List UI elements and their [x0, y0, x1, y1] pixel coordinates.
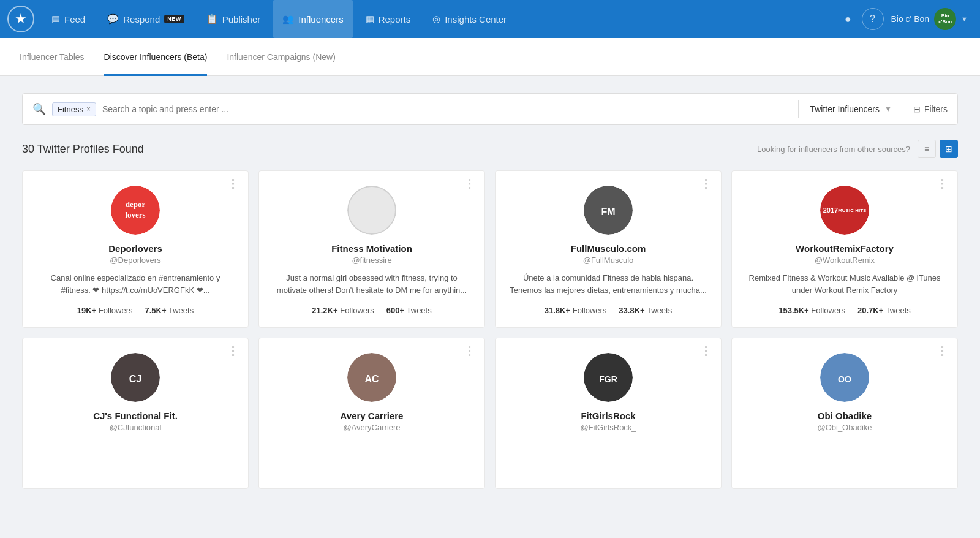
card-avatar: FM — [584, 186, 633, 235]
influencer-grid: ··· deporlovers Deporlovers @Deporlovers… — [22, 170, 958, 489]
search-bar: 🔍 Fitness × Twitter Influencers ▼ ⊟ Filt… — [22, 93, 958, 125]
nav-item-insights[interactable]: ◎ Insights Center — [423, 0, 516, 38]
platform-label: Twitter Influencers — [810, 104, 880, 114]
card-handle: @CJfunctional — [110, 423, 162, 432]
feed-icon: ▤ — [51, 13, 60, 25]
svg-text:CJ: CJ — [129, 374, 141, 384]
card-handle: @fitnessire — [352, 256, 391, 265]
publisher-label: Publisher — [222, 14, 261, 25]
search-tag[interactable]: Fitness × — [52, 102, 96, 116]
svg-text:OO: OO — [838, 374, 851, 384]
search-input[interactable] — [102, 104, 787, 114]
card-bio: Remixed Fitness & Workout Music Availabl… — [744, 272, 945, 296]
list-view-icon: ≡ — [924, 144, 929, 154]
card-avatar: AC — [347, 353, 396, 402]
card-avatar: FGR — [584, 353, 633, 402]
reports-label: Reports — [379, 14, 411, 25]
card-name: Obi Obadike — [818, 411, 872, 421]
card-menu-icon[interactable]: ··· — [699, 346, 714, 358]
card-stats: 21.2K+ Followers 600+ Tweets — [312, 306, 431, 315]
insights-label: Insights Center — [445, 14, 507, 25]
card-handle: @Obi_Obadike — [817, 423, 872, 432]
nav-logo[interactable]: ★ — [7, 6, 34, 32]
search-icon: 🔍 — [32, 102, 46, 116]
list-view-btn[interactable]: ≡ — [918, 140, 936, 158]
influencer-card[interactable]: ··· CJ CJ's Functional Fit. @CJfunctiona… — [22, 338, 249, 489]
card-name: Deporlovers — [108, 243, 162, 254]
platform-select[interactable]: Twitter Influencers ▼ — [810, 104, 892, 114]
sub-nav: Influencer Tables Discover Influencers (… — [0, 38, 980, 76]
user-menu[interactable]: Bio c' Bon Bioc'Bon ▼ — [886, 6, 973, 32]
card-menu-icon[interactable]: ··· — [227, 178, 241, 191]
influencer-card[interactable]: ··· AC Avery Carriere @AveryCarriere — [258, 338, 485, 489]
respond-icon: 💬 — [107, 13, 119, 25]
card-name: Fitness Motivation — [331, 243, 412, 254]
card-handle: @FullMusculo — [583, 256, 634, 265]
notification-icon: ● — [845, 13, 851, 26]
card-handle: @AveryCarriere — [343, 423, 400, 432]
platform-chevron-icon: ▼ — [884, 105, 892, 113]
view-toggle: ≡ ⊞ — [918, 140, 958, 158]
card-stats: 31.8K+ Followers 33.8K+ Tweets — [545, 306, 672, 315]
card-menu-icon[interactable]: ··· — [463, 178, 477, 191]
nav-item-publisher[interactable]: 📋 Publisher — [197, 0, 271, 38]
user-name: Bio c' Bon — [891, 14, 930, 24]
card-stats: 153.5K+ Followers 20.7K+ Tweets — [778, 306, 911, 315]
card-menu-icon[interactable]: ··· — [936, 346, 950, 358]
results-right: Looking for influencers from other sourc… — [757, 140, 958, 158]
grid-view-btn[interactable]: ⊞ — [940, 140, 958, 158]
card-name: WorkoutRemixFactory — [796, 243, 894, 254]
card-menu-icon[interactable]: ··· — [936, 178, 950, 191]
sub-nav-item-discover[interactable]: Discover Influencers (Beta) — [104, 38, 208, 76]
nav-item-influencers[interactable]: 👥 Influencers — [273, 0, 353, 38]
filters-label: Filters — [924, 104, 948, 114]
card-bio: Just a normal girl obsessed with fitness… — [271, 272, 472, 296]
top-nav: ★ ▤ Feed 💬 Respond NEW 📋 Publisher 👥 Inf… — [0, 0, 980, 38]
card-handle: @WorkoutRemix — [815, 256, 875, 265]
respond-badge: NEW — [164, 15, 184, 23]
card-avatar: CJ — [111, 353, 160, 402]
card-avatar: 2017MUSIC HITS — [820, 186, 869, 235]
sub-nav-item-influencer-tables[interactable]: Influencer Tables — [20, 38, 85, 76]
card-menu-icon[interactable]: ··· — [227, 346, 241, 358]
avatar-text: Bioc'Bon — [938, 13, 952, 25]
nav-item-reports[interactable]: ▦ Reports — [356, 0, 421, 38]
card-avatar: deporlovers — [111, 186, 160, 235]
card-stats: 19K+ Followers 7.5K+ Tweets — [77, 306, 194, 315]
card-name: CJ's Functional Fit. — [93, 411, 178, 421]
results-count: 30 Twitter Profiles Found — [22, 143, 144, 156]
influencer-card[interactable]: ··· deporlovers Deporlovers @Deporlovers… — [22, 170, 249, 328]
sub-nav-item-campaigns[interactable]: Influencer Campaigns (New) — [227, 38, 335, 76]
insights-icon: ◎ — [432, 13, 440, 25]
card-bio: Únete a la comunidad Fitness de habla hi… — [508, 272, 709, 296]
search-tag-close-icon[interactable]: × — [86, 105, 91, 113]
reports-icon: ▦ — [366, 13, 374, 25]
respond-label: Respond — [123, 14, 160, 25]
help-icon: ? — [870, 13, 875, 25]
card-menu-icon[interactable]: ··· — [699, 178, 714, 191]
card-avatar — [347, 186, 396, 235]
nav-item-feed[interactable]: ▤ Feed — [42, 0, 95, 38]
influencers-icon: 👥 — [282, 13, 294, 25]
avatar: Bioc'Bon — [934, 8, 956, 30]
user-chevron-icon: ▼ — [961, 15, 968, 23]
notification-btn[interactable]: ● — [837, 8, 859, 30]
influencer-card[interactable]: ··· FM FullMusculo.com @FullMusculo Únet… — [495, 170, 722, 328]
svg-text:FM: FM — [601, 206, 615, 217]
grid-view-icon: ⊞ — [945, 144, 952, 154]
card-handle: @FitGirlsRock_ — [580, 423, 636, 432]
card-menu-icon[interactable]: ··· — [463, 346, 477, 358]
nav-item-respond[interactable]: 💬 Respond NEW — [97, 0, 194, 38]
influencer-card[interactable]: ··· 2017MUSIC HITS WorkoutRemixFactory @… — [731, 170, 958, 328]
search-tag-text: Fitness — [58, 105, 83, 114]
card-name: FitGirlsRock — [581, 411, 635, 421]
influencer-card[interactable]: ··· Fitness Motivation @fitnessire Just … — [258, 170, 485, 328]
help-btn[interactable]: ? — [862, 8, 884, 30]
other-sources-text: Looking for influencers from other sourc… — [757, 145, 910, 154]
influencer-card[interactable]: ··· OO Obi Obadike @Obi_Obadike — [731, 338, 958, 489]
feed-label: Feed — [64, 14, 85, 25]
svg-text:AC: AC — [364, 374, 379, 384]
results-header: 30 Twitter Profiles Found Looking for in… — [22, 140, 958, 158]
influencer-card[interactable]: ··· FGR FitGirlsRock @FitGirlsRock_ — [495, 338, 722, 489]
filters-btn[interactable]: ⊟ Filters — [903, 104, 948, 114]
